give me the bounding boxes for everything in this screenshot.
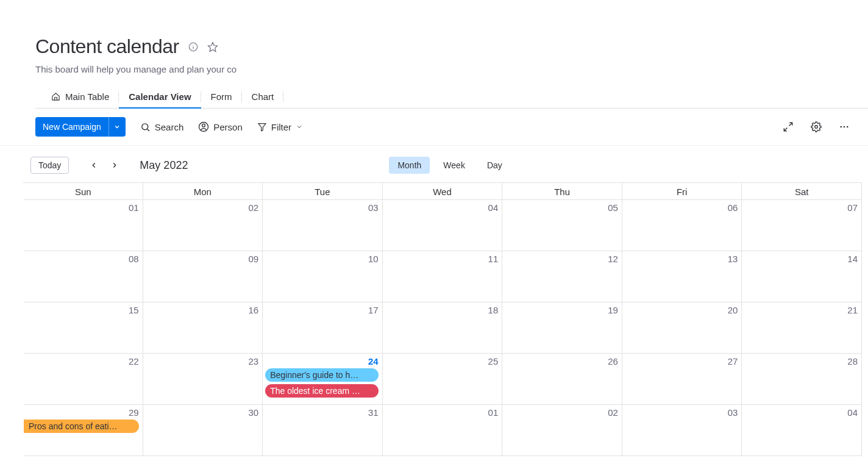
tab-chart[interactable]: Chart (242, 85, 284, 108)
day-cell[interactable]: 30 (143, 405, 263, 456)
svg-line-9 (789, 123, 792, 126)
day-number: 27 (728, 356, 738, 366)
svg-point-4 (142, 123, 148, 129)
day-cell[interactable]: 23 (143, 354, 263, 405)
day-cell[interactable]: 29Pros and cons of eati… (23, 405, 143, 456)
calendar-event[interactable]: Pros and cons of eati… (24, 420, 139, 433)
svg-marker-3 (208, 42, 217, 51)
day-number: 15 (129, 305, 139, 315)
day-number: 02 (248, 202, 258, 213)
calendar-event[interactable]: Beginner's guide to h… (265, 368, 379, 382)
weekday-header: Wed (383, 183, 503, 200)
svg-marker-8 (258, 124, 266, 131)
svg-point-12 (840, 126, 842, 128)
day-cell[interactable]: 24Beginner's guide to h…The oldest ice c… (263, 354, 383, 405)
day-cell[interactable]: 20 (622, 302, 742, 354)
info-icon[interactable] (188, 41, 199, 52)
weekday-header: Mon (143, 183, 263, 200)
toolbar: New Campaign Search Person Filter (0, 109, 868, 146)
new-campaign-button[interactable]: New Campaign (35, 117, 126, 137)
day-cell[interactable]: 31 (263, 405, 383, 456)
svg-line-10 (784, 128, 787, 131)
calendar-controls: Today May 2022 MonthWeekDay (0, 146, 868, 180)
day-cell[interactable]: 12 (502, 251, 622, 302)
day-number: 17 (368, 305, 379, 315)
view-month[interactable]: Month (389, 157, 430, 174)
day-cell[interactable]: 01 (23, 200, 143, 251)
day-cell[interactable]: 25 (383, 354, 503, 405)
day-cell[interactable]: 02 (502, 405, 622, 456)
day-number: 08 (129, 254, 139, 264)
more-icon[interactable] (839, 121, 850, 132)
weekday-header: Sun (23, 183, 143, 200)
day-number: 22 (129, 356, 139, 366)
chevron-down-icon (296, 123, 303, 130)
expand-icon[interactable] (783, 121, 794, 132)
day-number: 04 (847, 407, 858, 418)
day-cell[interactable]: 04 (383, 200, 503, 251)
day-number: 21 (847, 305, 858, 315)
day-cell[interactable]: 03 (622, 405, 742, 456)
day-cell[interactable]: 05 (502, 200, 622, 251)
day-number: 07 (847, 202, 858, 213)
day-number: 03 (728, 407, 738, 418)
day-cell[interactable]: 10 (263, 251, 383, 302)
svg-point-7 (202, 124, 205, 127)
day-cell[interactable]: 22 (23, 354, 143, 405)
view-week[interactable]: Week (435, 157, 474, 174)
day-number: 26 (608, 356, 618, 366)
day-number: 05 (608, 202, 618, 213)
day-cell[interactable]: 11 (383, 251, 503, 302)
filter-button[interactable]: Filter (257, 122, 303, 132)
today-button[interactable]: Today (30, 157, 69, 174)
weekday-header: Fri (622, 183, 742, 200)
search-button[interactable]: Search (140, 122, 184, 132)
day-number: 01 (488, 407, 499, 418)
day-cell[interactable]: 08 (23, 251, 143, 302)
day-cell[interactable]: 04 (742, 405, 862, 456)
star-icon[interactable] (207, 41, 218, 52)
gear-icon[interactable] (811, 121, 822, 132)
next-button[interactable] (108, 159, 121, 172)
day-cell[interactable]: 27 (622, 354, 742, 405)
current-period: May 2022 (140, 159, 188, 172)
day-number: 18 (488, 305, 499, 315)
day-cell[interactable]: 01 (383, 405, 503, 456)
tab-form[interactable]: Form (201, 85, 242, 108)
day-cell[interactable]: 03 (263, 200, 383, 251)
svg-line-5 (147, 129, 149, 130)
day-cell[interactable]: 17 (263, 302, 383, 354)
day-cell[interactable]: 15 (23, 302, 143, 354)
tab-calendar-view[interactable]: Calendar View (119, 85, 201, 108)
tab-main-table[interactable]: Main Table (41, 85, 119, 108)
day-cell[interactable]: 06 (622, 200, 742, 251)
day-number: 19 (608, 305, 618, 315)
day-cell[interactable]: 13 (622, 251, 742, 302)
day-number: 11 (488, 254, 499, 264)
prev-button[interactable] (87, 159, 101, 172)
calendar-event[interactable]: The oldest ice cream … (265, 384, 379, 398)
day-cell[interactable]: 02 (143, 200, 263, 251)
weekday-header: Thu (502, 183, 622, 200)
day-number: 31 (368, 407, 379, 418)
day-cell[interactable]: 28 (742, 354, 862, 405)
day-number: 13 (728, 254, 738, 264)
day-cell[interactable]: 21 (742, 302, 862, 354)
day-cell[interactable]: 18 (383, 302, 503, 354)
day-number: 06 (728, 202, 738, 213)
day-cell[interactable]: 14 (742, 251, 862, 302)
person-filter-button[interactable]: Person (198, 121, 243, 132)
day-cell[interactable]: 19 (502, 302, 622, 354)
calendar-grid: SunMonTueWedThuFriSat 010203040506070809… (23, 182, 862, 456)
day-cell[interactable]: 26 (502, 354, 622, 405)
chevron-down-icon[interactable] (108, 117, 126, 137)
day-number: 29 (129, 407, 139, 418)
day-cell[interactable]: 16 (143, 302, 263, 354)
day-cell[interactable]: 07 (742, 200, 862, 251)
page-title: Content calendar (35, 35, 179, 58)
day-cell[interactable]: 09 (143, 251, 263, 302)
day-number: 03 (368, 202, 379, 213)
weekday-header: Tue (263, 183, 383, 200)
svg-point-11 (815, 126, 818, 129)
view-day[interactable]: Day (478, 157, 511, 174)
